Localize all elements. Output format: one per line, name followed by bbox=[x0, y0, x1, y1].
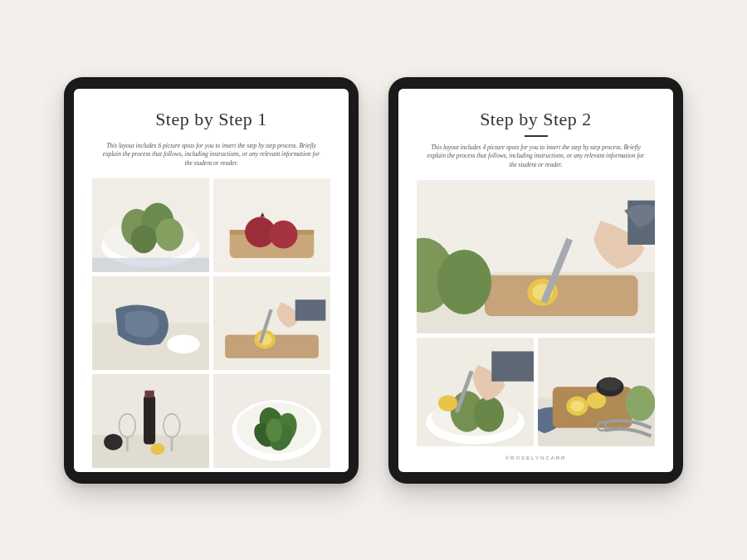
page-title: Step by Step 1 bbox=[92, 109, 330, 130]
title-divider bbox=[525, 135, 548, 137]
svg-point-12 bbox=[270, 221, 298, 249]
image-grid-6 bbox=[92, 178, 330, 467]
svg-rect-56 bbox=[491, 351, 534, 381]
svg-rect-29 bbox=[170, 437, 173, 451]
tablet-left: Step by Step 1 This layout includes 6 pi… bbox=[64, 77, 359, 484]
page-description: This layout includes 4 picture spots for… bbox=[417, 144, 655, 171]
svg-point-6 bbox=[131, 226, 157, 254]
image-grid-4 bbox=[417, 180, 655, 446]
svg-point-31 bbox=[104, 434, 123, 450]
svg-point-61 bbox=[570, 400, 583, 411]
svg-point-53 bbox=[474, 397, 504, 432]
svg-rect-27 bbox=[126, 437, 129, 451]
page-right: Step by Step 2 This layout includes 4 pi… bbox=[398, 89, 673, 472]
image-lemon-board-tools bbox=[538, 338, 655, 447]
image-pomegranates-board bbox=[213, 178, 330, 272]
svg-rect-25 bbox=[144, 390, 154, 397]
svg-rect-21 bbox=[295, 299, 326, 320]
svg-point-64 bbox=[599, 377, 621, 390]
svg-point-54 bbox=[438, 395, 457, 411]
svg-rect-42 bbox=[485, 275, 638, 316]
image-cloth-table bbox=[92, 276, 209, 370]
svg-rect-7 bbox=[92, 258, 209, 272]
svg-rect-24 bbox=[144, 395, 155, 444]
svg-point-44 bbox=[437, 250, 492, 314]
svg-point-30 bbox=[151, 443, 165, 455]
svg-point-5 bbox=[155, 218, 183, 251]
image-artichokes-bowl bbox=[92, 178, 209, 272]
image-cutting-lemon bbox=[213, 276, 330, 370]
page-left: Step by Step 1 This layout includes 6 pi… bbox=[74, 89, 349, 472]
page-description: This layout includes 6 picture spots for… bbox=[92, 142, 330, 169]
image-spinach-bowl bbox=[213, 374, 330, 468]
tablet-right: Step by Step 2 This layout includes 4 pi… bbox=[388, 77, 683, 484]
page-footer: ©ROSELYNCARR bbox=[417, 455, 655, 460]
svg-point-65 bbox=[625, 385, 655, 421]
image-wine-glasses bbox=[92, 374, 209, 468]
svg-point-39 bbox=[266, 418, 282, 441]
svg-point-15 bbox=[167, 334, 199, 353]
image-prep-artichokes bbox=[417, 180, 655, 334]
page-title: Step by Step 2 bbox=[417, 109, 655, 130]
image-cutting-artichoke bbox=[417, 338, 534, 447]
